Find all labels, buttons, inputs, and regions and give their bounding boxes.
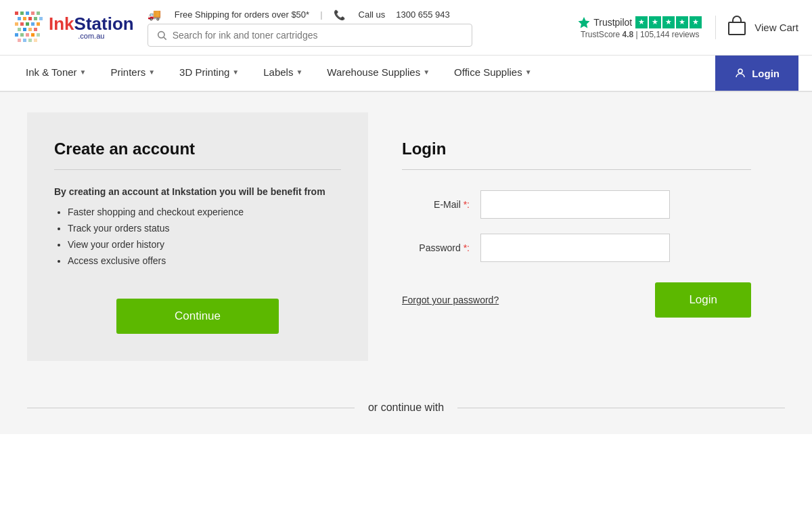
create-account-subtitle: By creating an account at Inkstation you… bbox=[54, 186, 341, 197]
trustscore-reviews: 105,144 reviews bbox=[640, 30, 699, 39]
login-label: Login bbox=[752, 68, 780, 79]
password-label: Password *: bbox=[402, 242, 470, 253]
cart-icon-wrap[interactable] bbox=[726, 16, 748, 39]
svg-rect-14 bbox=[37, 22, 40, 26]
login-divider bbox=[402, 169, 751, 170]
svg-rect-1 bbox=[20, 12, 24, 15]
trustpilot-score-line: TrustScore 4.8 | 105,144 reviews bbox=[581, 30, 699, 39]
svg-rect-16 bbox=[23, 28, 26, 31]
svg-rect-31 bbox=[729, 22, 745, 35]
chevron-down-icon: ▼ bbox=[80, 68, 87, 76]
trustscore-value: 4.8 bbox=[623, 30, 634, 39]
search-area bbox=[148, 24, 565, 47]
call-text: Call us bbox=[359, 9, 386, 20]
nav-item-3d-printing[interactable]: 3D Printing ▼ bbox=[167, 56, 251, 91]
or-continue-text: or continue with bbox=[368, 402, 444, 414]
nav-item-warehouse-supplies[interactable]: Warehouse Supplies ▼ bbox=[315, 56, 442, 91]
password-input[interactable] bbox=[480, 234, 670, 262]
search-icon bbox=[156, 30, 167, 41]
promo-search-area: 🚚 Free Shipping for orders over $50* | 📞… bbox=[148, 8, 565, 47]
nav-bar: Ink & Toner ▼ Printers ▼ 3D Printing ▼ L… bbox=[0, 56, 812, 92]
forgot-password-link[interactable]: Forgot your password? bbox=[402, 295, 499, 305]
svg-rect-2 bbox=[26, 12, 29, 15]
svg-rect-9 bbox=[39, 17, 43, 20]
cart-area: View Cart bbox=[715, 16, 798, 39]
shipping-text: Free Shipping for orders over $50* bbox=[175, 9, 309, 20]
nav-labels-label: Labels bbox=[263, 66, 293, 78]
svg-rect-15 bbox=[18, 28, 21, 31]
logo-domain: .com.au bbox=[49, 33, 134, 40]
nav-ink-toner-label: Ink & Toner bbox=[26, 66, 77, 78]
trustpilot-stars: ★ ★ ★ ★ ★ bbox=[635, 16, 702, 28]
nav-printers-label: Printers bbox=[111, 66, 146, 78]
create-account-panel: Create an account By creating an account… bbox=[27, 112, 368, 361]
nav-item-ink-toner[interactable]: Ink & Toner ▼ bbox=[14, 56, 99, 91]
svg-rect-6 bbox=[23, 17, 26, 20]
tp-star-5: ★ bbox=[690, 16, 702, 28]
logo[interactable]: InkStation .com.au bbox=[14, 10, 134, 45]
email-field-group: E-Mail *: bbox=[402, 190, 751, 219]
trustscore-label: TrustScore bbox=[581, 30, 620, 39]
or-line-left bbox=[27, 408, 355, 408]
svg-rect-23 bbox=[37, 33, 40, 37]
login-panel: Login E-Mail *: Password *: Forgot your … bbox=[368, 112, 785, 361]
continue-button[interactable]: Continue bbox=[116, 299, 279, 334]
search-input[interactable] bbox=[173, 30, 464, 41]
chevron-down-icon: ▼ bbox=[423, 68, 430, 76]
cart-icon bbox=[726, 16, 748, 37]
svg-rect-24 bbox=[18, 39, 21, 42]
view-cart-button[interactable]: View Cart bbox=[754, 22, 798, 33]
benefits-list: Faster shopping and checkout experience … bbox=[54, 207, 341, 272]
svg-rect-3 bbox=[31, 12, 35, 15]
chevron-down-icon: ▼ bbox=[296, 68, 302, 76]
login-button[interactable]: Login bbox=[715, 56, 798, 91]
main-content: Create an account By creating an account… bbox=[0, 92, 812, 434]
svg-rect-27 bbox=[34, 39, 37, 42]
email-label: E-Mail *: bbox=[402, 199, 470, 210]
svg-rect-13 bbox=[31, 22, 35, 26]
nav-3d-printing-label: 3D Printing bbox=[179, 66, 229, 78]
trustpilot-logo: Trustpilot ★ ★ ★ ★ ★ bbox=[578, 16, 702, 28]
user-icon bbox=[734, 67, 746, 79]
svg-rect-7 bbox=[28, 17, 32, 20]
logo-ink-text: InkStation bbox=[49, 15, 134, 33]
svg-rect-22 bbox=[31, 33, 35, 37]
svg-rect-19 bbox=[15, 33, 18, 37]
nav-item-labels[interactable]: Labels ▼ bbox=[251, 56, 315, 91]
logo-wordmark: InkStation .com.au bbox=[49, 15, 134, 40]
trustpilot-name: Trustpilot bbox=[593, 17, 632, 28]
header: InkStation .com.au 🚚 Free Shipping for o… bbox=[0, 0, 812, 56]
nav-items: Ink & Toner ▼ Printers ▼ 3D Printing ▼ L… bbox=[14, 56, 715, 91]
nav-office-label: Office Supplies bbox=[454, 66, 522, 78]
tp-star-2: ★ bbox=[649, 16, 661, 28]
svg-rect-4 bbox=[37, 12, 40, 15]
trustpilot-area: Trustpilot ★ ★ ★ ★ ★ TrustScore 4.8 | 10… bbox=[578, 16, 702, 39]
svg-rect-0 bbox=[15, 12, 18, 15]
trustpilot-star-icon bbox=[578, 16, 590, 28]
svg-rect-18 bbox=[34, 28, 37, 31]
svg-rect-21 bbox=[26, 33, 29, 37]
email-input[interactable] bbox=[480, 190, 670, 219]
promo-separator: | bbox=[320, 9, 322, 20]
tp-star-4: ★ bbox=[676, 16, 688, 28]
nav-item-office-supplies[interactable]: Office Supplies ▼ bbox=[442, 56, 544, 91]
search-wrapper bbox=[148, 24, 472, 47]
svg-rect-11 bbox=[20, 22, 24, 26]
svg-point-28 bbox=[158, 32, 164, 38]
two-column-layout: Create an account By creating an account… bbox=[27, 112, 785, 361]
chevron-down-icon: ▼ bbox=[525, 68, 532, 76]
svg-rect-10 bbox=[15, 22, 18, 26]
phone-number: 1300 655 943 bbox=[396, 9, 450, 20]
create-account-divider bbox=[54, 169, 341, 170]
svg-point-32 bbox=[738, 69, 742, 73]
benefit-3: View your order history bbox=[68, 239, 341, 250]
svg-rect-26 bbox=[28, 39, 32, 42]
login-submit-button[interactable]: Login bbox=[655, 282, 751, 318]
tp-star-1: ★ bbox=[635, 16, 648, 28]
password-required-star: *: bbox=[464, 242, 470, 253]
truck-icon: 🚚 bbox=[148, 8, 161, 21]
benefit-4: Access exclusive offers bbox=[68, 255, 341, 266]
tp-star-3: ★ bbox=[662, 16, 675, 28]
benefit-1: Faster shopping and checkout experience bbox=[68, 207, 341, 217]
nav-item-printers[interactable]: Printers ▼ bbox=[99, 56, 168, 91]
